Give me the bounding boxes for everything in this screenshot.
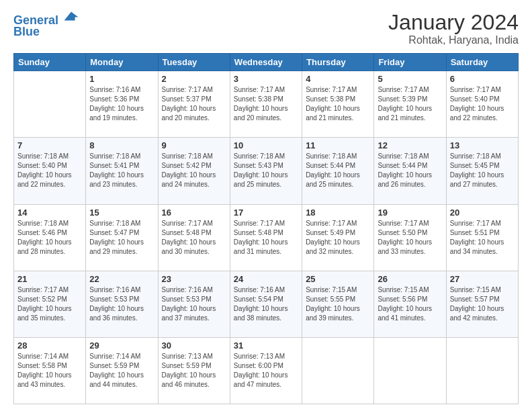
- sunrise-text: Sunrise: 7:17 AM: [162, 220, 213, 227]
- daylight-text: Daylight: 10 hours and 26 minutes.: [378, 171, 432, 188]
- sunset-text: Sunset: 5:56 PM: [378, 295, 427, 303]
- day-info: Sunrise: 7:14 AM Sunset: 5:59 PM Dayligh…: [89, 352, 154, 390]
- day-number: 1: [89, 74, 154, 84]
- day-number: 4: [306, 74, 370, 84]
- calendar-week-row: 28 Sunrise: 7:14 AM Sunset: 5:58 PM Dayl…: [14, 337, 519, 404]
- day-info: Sunrise: 7:18 AM Sunset: 5:46 PM Dayligh…: [17, 219, 82, 257]
- calendar-cell: 22 Sunrise: 7:16 AM Sunset: 5:53 PM Dayl…: [86, 271, 158, 337]
- sunrise-text: Sunrise: 7:18 AM: [234, 152, 285, 160]
- day-info: Sunrise: 7:18 AM Sunset: 5:41 PM Dayligh…: [89, 152, 154, 189]
- day-number: 6: [450, 74, 515, 84]
- sunrise-text: Sunrise: 7:17 AM: [306, 86, 357, 93]
- daylight-text: Daylight: 10 hours and 29 minutes.: [89, 238, 144, 255]
- sunset-text: Sunset: 5:53 PM: [89, 295, 139, 303]
- calendar-cell: 31 Sunrise: 7:13 AM Sunset: 6:00 PM Dayl…: [230, 337, 302, 404]
- title-block: January 2024 Rohtak, Haryana, India: [388, 11, 519, 46]
- calendar-cell: 16 Sunrise: 7:17 AM Sunset: 5:48 PM Dayl…: [158, 204, 230, 271]
- calendar-cell: 29 Sunrise: 7:14 AM Sunset: 5:59 PM Dayl…: [86, 337, 158, 404]
- day-number: 16: [162, 208, 226, 218]
- day-info: Sunrise: 7:17 AM Sunset: 5:49 PM Dayligh…: [306, 219, 370, 257]
- calendar-header-row: SundayMondayTuesdayWednesdayThursdayFrid…: [14, 54, 519, 71]
- daylight-text: Daylight: 10 hours and 22 minutes.: [17, 171, 72, 188]
- sunset-text: Sunset: 5:59 PM: [162, 362, 212, 369]
- day-number: 3: [234, 74, 298, 84]
- calendar-cell: 5 Sunrise: 7:17 AM Sunset: 5:39 PM Dayli…: [374, 71, 446, 138]
- day-info: Sunrise: 7:18 AM Sunset: 5:42 PM Dayligh…: [162, 152, 226, 189]
- calendar-cell: 3 Sunrise: 7:17 AM Sunset: 5:38 PM Dayli…: [230, 71, 302, 138]
- sunset-text: Sunset: 5:49 PM: [306, 229, 355, 236]
- sunrise-text: Sunrise: 7:15 AM: [450, 286, 501, 293]
- calendar-cell: 2 Sunrise: 7:17 AM Sunset: 5:37 PM Dayli…: [158, 71, 230, 138]
- sunset-text: Sunset: 5:48 PM: [162, 229, 212, 236]
- sunrise-text: Sunrise: 7:18 AM: [17, 220, 69, 227]
- day-info: Sunrise: 7:17 AM Sunset: 5:37 PM Dayligh…: [162, 85, 226, 123]
- calendar-cell: 30 Sunrise: 7:13 AM Sunset: 5:59 PM Dayl…: [158, 337, 230, 404]
- daylight-text: Daylight: 10 hours and 43 minutes.: [17, 371, 72, 388]
- sunrise-text: Sunrise: 7:17 AM: [378, 220, 429, 227]
- day-info: Sunrise: 7:17 AM Sunset: 5:51 PM Dayligh…: [450, 219, 515, 257]
- day-info: Sunrise: 7:16 AM Sunset: 5:53 PM Dayligh…: [89, 285, 154, 323]
- day-info: Sunrise: 7:16 AM Sunset: 5:36 PM Dayligh…: [89, 85, 154, 123]
- day-number: 27: [450, 274, 515, 284]
- daylight-text: Daylight: 10 hours and 44 minutes.: [89, 371, 144, 388]
- daylight-text: Daylight: 10 hours and 31 minutes.: [234, 238, 288, 255]
- calendar-cell: 10 Sunrise: 7:18 AM Sunset: 5:43 PM Dayl…: [230, 138, 302, 204]
- calendar-cell: [446, 337, 518, 404]
- sunrise-text: Sunrise: 7:14 AM: [89, 353, 140, 360]
- day-info: Sunrise: 7:15 AM Sunset: 5:55 PM Dayligh…: [306, 285, 370, 323]
- daylight-text: Daylight: 10 hours and 39 minutes.: [306, 305, 360, 322]
- sunset-text: Sunset: 5:44 PM: [378, 162, 427, 169]
- sunrise-text: Sunrise: 7:16 AM: [162, 286, 213, 293]
- sunset-text: Sunset: 6:00 PM: [234, 362, 283, 369]
- day-number: 21: [17, 274, 82, 284]
- calendar-day-header: Tuesday: [158, 54, 230, 71]
- daylight-text: Daylight: 10 hours and 20 minutes.: [234, 105, 288, 122]
- sunset-text: Sunset: 5:40 PM: [17, 162, 67, 169]
- calendar-cell: 18 Sunrise: 7:17 AM Sunset: 5:49 PM Dayl…: [302, 204, 374, 271]
- calendar-cell: 20 Sunrise: 7:17 AM Sunset: 5:51 PM Dayl…: [446, 204, 518, 271]
- logo-icon: [63, 8, 79, 24]
- svg-marker-0: [64, 12, 79, 21]
- calendar-cell: 6 Sunrise: 7:17 AM Sunset: 5:40 PM Dayli…: [446, 71, 518, 138]
- sunrise-text: Sunrise: 7:17 AM: [234, 220, 285, 227]
- sunset-text: Sunset: 5:55 PM: [306, 295, 355, 303]
- day-info: Sunrise: 7:15 AM Sunset: 5:57 PM Dayligh…: [450, 285, 515, 323]
- calendar-cell: 1 Sunrise: 7:16 AM Sunset: 5:36 PM Dayli…: [86, 71, 158, 138]
- calendar-table: SundayMondayTuesdayWednesdayThursdayFrid…: [13, 53, 519, 404]
- page: General Blue January 2024 Rohtak, Haryan…: [0, 0, 532, 411]
- sunrise-text: Sunrise: 7:14 AM: [17, 353, 69, 360]
- sunset-text: Sunset: 5:47 PM: [89, 229, 139, 236]
- calendar-day-header: Sunday: [14, 54, 86, 71]
- day-info: Sunrise: 7:18 AM Sunset: 5:40 PM Dayligh…: [17, 152, 82, 189]
- sunrise-text: Sunrise: 7:17 AM: [450, 220, 501, 227]
- day-info: Sunrise: 7:17 AM Sunset: 5:38 PM Dayligh…: [306, 85, 370, 123]
- sunset-text: Sunset: 5:41 PM: [89, 162, 139, 169]
- day-number: 2: [162, 74, 226, 84]
- sunrise-text: Sunrise: 7:18 AM: [450, 152, 501, 160]
- daylight-text: Daylight: 10 hours and 42 minutes.: [450, 305, 504, 322]
- sunrise-text: Sunrise: 7:17 AM: [306, 220, 357, 227]
- calendar-cell: 25 Sunrise: 7:15 AM Sunset: 5:55 PM Dayl…: [302, 271, 374, 337]
- daylight-text: Daylight: 10 hours and 20 minutes.: [162, 105, 216, 122]
- calendar-cell: [302, 337, 374, 404]
- header: General Blue January 2024 Rohtak, Haryan…: [13, 11, 519, 46]
- daylight-text: Daylight: 10 hours and 47 minutes.: [234, 371, 288, 388]
- day-info: Sunrise: 7:18 AM Sunset: 5:44 PM Dayligh…: [378, 152, 442, 189]
- sunrise-text: Sunrise: 7:18 AM: [89, 152, 140, 160]
- day-number: 17: [234, 208, 298, 218]
- day-number: 20: [450, 208, 515, 218]
- day-number: 5: [378, 74, 442, 84]
- day-info: Sunrise: 7:18 AM Sunset: 5:44 PM Dayligh…: [306, 152, 370, 189]
- calendar-day-header: Friday: [374, 54, 446, 71]
- calendar-cell: 11 Sunrise: 7:18 AM Sunset: 5:44 PM Dayl…: [302, 138, 374, 204]
- sunrise-text: Sunrise: 7:15 AM: [378, 286, 429, 293]
- page-title: January 2024: [388, 11, 519, 34]
- day-info: Sunrise: 7:16 AM Sunset: 5:54 PM Dayligh…: [234, 285, 298, 323]
- day-number: 28: [17, 340, 82, 351]
- sunrise-text: Sunrise: 7:13 AM: [234, 353, 285, 360]
- day-info: Sunrise: 7:13 AM Sunset: 6:00 PM Dayligh…: [234, 352, 298, 390]
- calendar-cell: 26 Sunrise: 7:15 AM Sunset: 5:56 PM Dayl…: [374, 271, 446, 337]
- day-number: 12: [378, 140, 442, 150]
- day-info: Sunrise: 7:13 AM Sunset: 5:59 PM Dayligh…: [162, 352, 226, 390]
- daylight-text: Daylight: 10 hours and 37 minutes.: [162, 305, 216, 322]
